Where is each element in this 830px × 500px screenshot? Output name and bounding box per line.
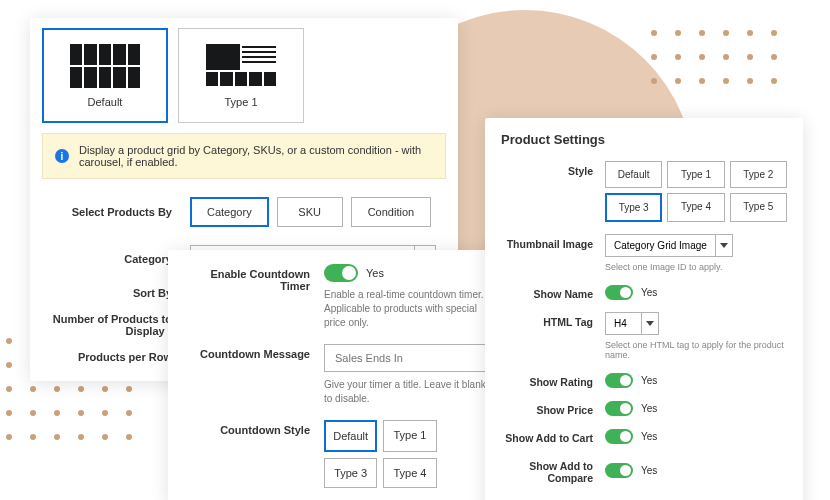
html-tag-label: HTML Tag bbox=[501, 312, 605, 360]
toggle-value: Yes bbox=[641, 287, 657, 298]
layout-option-default[interactable]: Default bbox=[42, 28, 168, 123]
thumbnail-help: Select one Image ID to apply. bbox=[605, 262, 787, 272]
product-settings-panel: Product Settings Style Default Type 1 Ty… bbox=[485, 118, 803, 500]
select-by-sku-button[interactable]: SKU bbox=[277, 197, 343, 227]
html-tag-help: Select one HTML tag to apply for the pro… bbox=[605, 340, 787, 360]
thumbnail-select[interactable] bbox=[605, 234, 733, 257]
show-cart-toggle[interactable] bbox=[605, 429, 633, 444]
show-wishlist-label: Show Add to Wishlist bbox=[501, 496, 605, 500]
info-banner: i Display a product grid by Category, SK… bbox=[42, 133, 446, 179]
countdown-style-default[interactable]: Default bbox=[324, 420, 377, 452]
thumbnail-label: Thumbnail Image bbox=[501, 234, 605, 272]
show-rating-label: Show Rating bbox=[501, 372, 605, 388]
toggle-value: Yes bbox=[641, 431, 657, 442]
show-price-label: Show Price bbox=[501, 400, 605, 416]
info-text: Display a product grid by Category, SKUs… bbox=[79, 144, 433, 168]
show-rating-toggle[interactable] bbox=[605, 373, 633, 388]
countdown-message-label: Countdown Message bbox=[182, 344, 324, 406]
countdown-style-type4[interactable]: Type 4 bbox=[383, 458, 436, 488]
style-type4[interactable]: Type 4 bbox=[667, 193, 724, 222]
html-tag-input[interactable] bbox=[605, 312, 641, 335]
layout-option-type1[interactable]: Type 1 bbox=[178, 28, 304, 123]
style-default[interactable]: Default bbox=[605, 161, 662, 188]
toggle-value: Yes bbox=[641, 403, 657, 414]
toggle-value: Yes bbox=[641, 465, 657, 476]
show-name-toggle[interactable] bbox=[605, 285, 633, 300]
show-compare-toggle[interactable] bbox=[605, 463, 633, 478]
chevron-down-icon[interactable] bbox=[715, 234, 733, 257]
layout-option-label: Default bbox=[88, 96, 123, 108]
decorative-dots-right bbox=[651, 30, 777, 84]
countdown-message-input[interactable] bbox=[324, 344, 496, 372]
countdown-style-type1[interactable]: Type 1 bbox=[383, 420, 436, 452]
countdown-style-type3[interactable]: Type 3 bbox=[324, 458, 377, 488]
select-products-by-label: Select Products By bbox=[42, 206, 190, 218]
show-name-label: Show Name bbox=[501, 284, 605, 300]
countdown-panel: Enable Countdown Timer Yes Enable a real… bbox=[168, 250, 510, 500]
show-price-toggle[interactable] bbox=[605, 401, 633, 416]
countdown-message-help: Give your timer a title. Leave it blank … bbox=[324, 378, 496, 406]
toggle-value: Yes bbox=[366, 267, 384, 279]
layout-option-label: Type 1 bbox=[224, 96, 257, 108]
toggle-value: Yes bbox=[641, 375, 657, 386]
enable-countdown-label: Enable Countdown Timer bbox=[182, 264, 324, 330]
show-compare-label: Show Add to Compare bbox=[501, 456, 605, 484]
show-cart-label: Show Add to Cart bbox=[501, 428, 605, 444]
enable-countdown-toggle[interactable] bbox=[324, 264, 358, 282]
select-by-category-button[interactable]: Category bbox=[190, 197, 269, 227]
chevron-down-icon[interactable] bbox=[641, 312, 659, 335]
countdown-style-label: Countdown Style bbox=[182, 420, 324, 488]
featured-grid-icon bbox=[206, 44, 276, 88]
grid-icon bbox=[70, 44, 140, 88]
info-icon: i bbox=[55, 149, 69, 163]
style-type1[interactable]: Type 1 bbox=[667, 161, 724, 188]
product-settings-heading: Product Settings bbox=[501, 132, 787, 147]
style-type3[interactable]: Type 3 bbox=[605, 193, 662, 222]
enable-countdown-help: Enable a real-time countdown timer. Appl… bbox=[324, 288, 496, 330]
thumbnail-input[interactable] bbox=[605, 234, 715, 257]
html-tag-select[interactable] bbox=[605, 312, 659, 335]
style-type2[interactable]: Type 2 bbox=[730, 161, 787, 188]
select-by-condition-button[interactable]: Condition bbox=[351, 197, 431, 227]
style-type5[interactable]: Type 5 bbox=[730, 193, 787, 222]
style-label: Style bbox=[501, 161, 605, 222]
